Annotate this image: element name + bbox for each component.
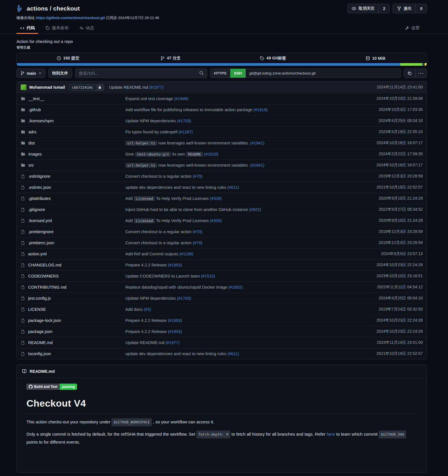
more-actions-button[interactable]: ··· [415, 69, 427, 78]
issue-link[interactable]: (#1703) [177, 119, 191, 123]
table-row[interactable]: .gitignoreInject GitHub host to be able … [17, 204, 427, 215]
file-name-link[interactable]: CHANGELOG.md [28, 263, 61, 267]
table-row[interactable]: .eslintignoreConvert checkout to a regul… [17, 171, 427, 182]
mirror-url-link[interactable]: https://github.com/actions/checkout.git [36, 16, 105, 20]
file-name-link[interactable]: package-lock.json [28, 318, 61, 323]
tab-releases[interactable]: 版本发布 [42, 23, 72, 34]
issue-link[interactable]: (#1977) [165, 340, 180, 345]
file-name-link[interactable]: README.md [28, 340, 53, 345]
issue-link[interactable]: (#922) [249, 207, 261, 212]
clone-url-input[interactable] [246, 69, 401, 78]
file-name-link[interactable]: .eslintignore [28, 174, 50, 179]
issue-link[interactable]: (#1953) [168, 329, 182, 334]
commit-author[interactable]: Mohammad Ismail [29, 85, 65, 90]
table-row[interactable]: .prettierignoreConvert checkout to a reg… [17, 226, 427, 237]
table-row[interactable]: package-lock.jsonPrepare 4.2.2 Release (… [17, 315, 427, 326]
table-row[interactable]: CODEOWNERSUpdate CODEOWNERS to Launch te… [17, 270, 427, 282]
file-name-link[interactable]: jest.config.js [28, 296, 51, 301]
avatar[interactable] [21, 84, 26, 90]
file-name-link[interactable]: .eslintrc.json [28, 185, 51, 190]
file-name-link[interactable]: images [28, 152, 42, 156]
issue-link[interactable]: (#1510) [201, 274, 215, 278]
issue-link[interactable]: (#1977) [149, 85, 163, 90]
fork-count[interactable]: 0 [416, 4, 427, 13]
file-name-link[interactable]: tsconfig.json [28, 351, 51, 356]
table-row[interactable]: .licenses/npmUpdate NPM dependencies (#1… [17, 115, 427, 126]
stat-tags[interactable]: 49 Git标签 [222, 53, 324, 63]
tab-code[interactable]: 代码 [16, 23, 38, 34]
issue-link[interactable]: (#70) [193, 241, 202, 245]
table-row[interactable]: README.mdUpdate README.md (#1977)2024年11… [17, 337, 427, 348]
issue-link[interactable]: (#1919) [254, 107, 268, 112]
issue-link[interactable]: (#326) [210, 196, 222, 201]
ssh-toggle[interactable]: SSH [230, 69, 246, 78]
file-name-link[interactable]: .licensed.yml [28, 218, 52, 223]
issue-link[interactable]: (#2) [144, 307, 151, 312]
table-row[interactable]: action.ymlAdd Ref and Commit outputs (#1… [17, 248, 427, 259]
issue-link[interactable]: (#70) [193, 174, 202, 179]
unwatch-button[interactable]: 取消关注 2 [347, 4, 390, 13]
copy-button[interactable] [404, 69, 415, 78]
table-row[interactable]: srcurl-helper.ts now leverages well-know… [17, 160, 427, 171]
file-name-link[interactable]: CONTRIBUTING.md [28, 285, 67, 289]
issue-link[interactable]: (#1953) [168, 263, 182, 267]
file-name-link[interactable]: CODEOWNERS [28, 274, 59, 278]
tab-activity[interactable]: 动态 [76, 23, 98, 34]
stat-size[interactable]: 10 MiB [324, 53, 427, 63]
commit-sha-badge[interactable]: cbb722410c [69, 84, 104, 91]
table-row[interactable]: .licensed.ymlAdd Licensed To Help Verify… [17, 215, 427, 226]
table-row[interactable]: tsconfig.jsonupdate dev dependencies and… [17, 348, 427, 359]
manage-topics-link[interactable]: 管理主题 [16, 45, 427, 50]
table-row[interactable]: package.jsonPrepare 4.2.2 Release (#1953… [17, 326, 427, 337]
fork-button[interactable]: 派生 0 [393, 4, 427, 13]
table-row[interactable]: jest.config.jsUpdate NPM dependencies (#… [17, 293, 427, 304]
file-name-link[interactable]: .licenses/npm [28, 119, 54, 123]
file-name-link[interactable]: .github [28, 107, 41, 112]
file-name-link[interactable]: dist [28, 141, 35, 145]
issue-link[interactable]: here [327, 432, 335, 436]
stat-branches[interactable]: 47 分支 [119, 53, 222, 63]
file-name-link[interactable]: package.json [28, 329, 52, 334]
issue-link[interactable]: (#326) [210, 218, 222, 223]
issue-link[interactable]: (#70) [193, 229, 202, 234]
issue-link[interactable]: (#611) [227, 185, 239, 190]
table-row[interactable]: CHANGELOG.mdPrepare 4.2.2 Release (#1953… [17, 259, 427, 270]
file-name-link[interactable]: src [28, 163, 34, 167]
issue-link[interactable]: (#1620) [204, 152, 218, 156]
file-name-link[interactable]: action.yml [28, 252, 47, 256]
file-name-link[interactable]: adrs [28, 130, 36, 134]
issue-link[interactable]: (#1941) [250, 163, 264, 167]
goto-file-button[interactable]: 转到文件 [48, 69, 72, 78]
table-row[interactable]: imagesGive test-ubuntu-git its own READM… [17, 148, 427, 160]
language-bar[interactable] [17, 63, 427, 66]
search-icon[interactable] [199, 71, 204, 76]
file-name-link[interactable]: .gitattributes [28, 196, 51, 201]
table-row[interactable]: .githubAdd workflow file for publishing … [17, 104, 427, 115]
tab-settings[interactable]: 设置 [401, 23, 423, 34]
table-row[interactable]: disturl-helper.ts now leverages well-kno… [17, 137, 427, 148]
file-name-link[interactable]: .prettierignore [28, 229, 53, 234]
file-name-link[interactable]: LICENSE [28, 307, 46, 312]
table-row[interactable]: CONTRIBUTING.mdReplace datadog/squid wit… [17, 282, 427, 293]
https-toggle[interactable]: HTTPS [210, 69, 230, 78]
issue-link[interactable]: (#611) [227, 351, 239, 356]
branch-selector[interactable]: main ▼ [16, 69, 45, 78]
file-name-link[interactable]: __test__ [28, 96, 44, 101]
issue-link[interactable]: (#1180) [179, 252, 193, 256]
file-name-link[interactable]: .gitignore [28, 207, 45, 212]
issue-link[interactable]: (#1941) [250, 141, 264, 145]
issue-link[interactable]: (#1002) [229, 285, 243, 289]
issue-link[interactable]: (#1287) [179, 130, 193, 134]
stat-commits[interactable]: 192 提交 [17, 53, 119, 63]
table-row[interactable]: LICENSEAdd docs (#2)2019年7月24日 03:32:03 [17, 304, 427, 315]
issue-link[interactable]: (#1703) [177, 296, 191, 301]
search-input[interactable] [75, 69, 207, 78]
issue-link[interactable]: (#1953) [168, 318, 182, 323]
table-row[interactable]: .gitattributesAdd Licensed To Help Verif… [17, 193, 427, 204]
table-row[interactable]: .eslintrc.jsonupdate dev dependencies an… [17, 182, 427, 193]
table-row[interactable]: __test__Expand unit test coverage (#1946… [17, 93, 427, 104]
watch-count[interactable]: 2 [378, 4, 389, 13]
build-status-badge[interactable]: Build and Test passing [26, 384, 77, 390]
issue-link[interactable]: (#1946) [174, 96, 188, 101]
file-name-link[interactable]: .prettierrc.json [28, 241, 54, 245]
